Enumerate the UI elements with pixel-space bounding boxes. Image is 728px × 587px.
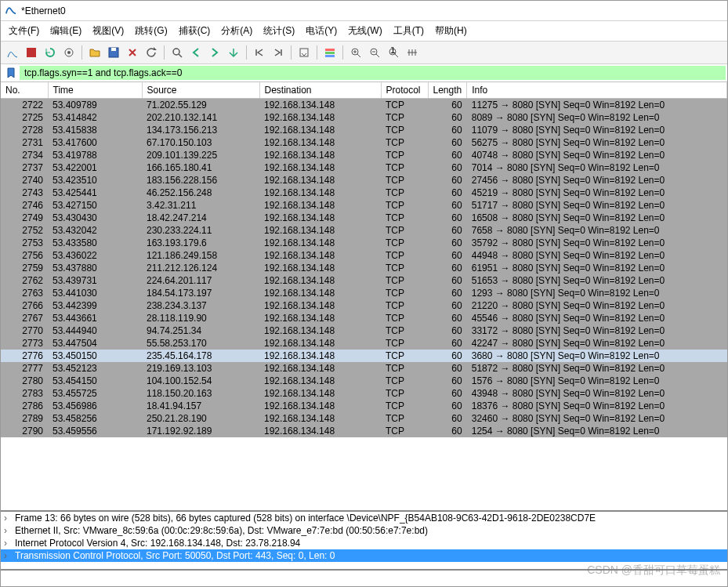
menu-item[interactable]: 工具(T) (389, 23, 429, 39)
titlebar: *Ethernet0 (1, 1, 727, 21)
packet-row[interactable]: 277353.44750455.58.253.170192.168.134.14… (1, 337, 727, 350)
packet-row[interactable]: 275653.436022121.186.249.158192.168.134.… (1, 249, 727, 262)
restart-capture-icon[interactable] (42, 44, 59, 61)
menu-item[interactable]: 无线(W) (343, 23, 386, 39)
svg-text:1: 1 (390, 47, 396, 56)
packet-row[interactable]: 273453.419788209.101.139.225192.168.134.… (1, 149, 727, 161)
chevron-right-icon: › (4, 550, 12, 561)
go-forward-icon[interactable] (206, 44, 223, 61)
display-filter-input[interactable] (20, 66, 726, 80)
menubar: 文件(F)编辑(E)视图(V)跳转(G)捕获(C)分析(A)统计(S)电话(Y)… (1, 21, 727, 42)
detail-row[interactable]: ›Ethernet II, Src: VMware_8c:59:6a (00:0… (1, 524, 727, 537)
capture-options-icon[interactable] (60, 44, 78, 61)
col-no[interactable]: No. (1, 82, 48, 99)
menu-item[interactable]: 分析(A) (216, 23, 257, 39)
packet-row[interactable]: 274353.42544146.252.156.248192.168.134.1… (1, 187, 727, 199)
packet-row[interactable]: 274653.4271503.42.31.211192.168.134.148T… (1, 199, 727, 212)
packet-list[interactable]: No. Time Source Destination Protocol Len… (1, 82, 727, 510)
packet-row[interactable]: 279053.459556171.192.92.189192.168.134.1… (1, 425, 727, 437)
toolbar: 1 (1, 42, 727, 64)
separator (342, 45, 343, 60)
separator (164, 45, 165, 60)
svg-rect-9 (325, 55, 335, 57)
reload-icon[interactable] (143, 44, 160, 61)
separator (81, 45, 82, 60)
open-file-icon[interactable] (86, 44, 103, 61)
svg-point-2 (67, 51, 71, 54)
menu-item[interactable]: 跳转(G) (130, 23, 172, 39)
separator (291, 45, 292, 60)
svg-rect-4 (111, 48, 116, 51)
detail-row[interactable]: ›Transmission Control Protocol, Src Port… (1, 549, 727, 562)
col-source[interactable]: Source (142, 82, 259, 99)
packet-row[interactable]: 277753.452123219.169.13.103192.168.134.1… (1, 362, 727, 375)
packet-row[interactable]: 275353.433580163.193.179.6192.168.134.14… (1, 237, 727, 249)
detail-row[interactable]: ›Internet Protocol Version 4, Src: 192.1… (1, 537, 727, 549)
packet-row[interactable]: 276253.439731224.64.201.117192.168.134.1… (1, 274, 727, 287)
col-length[interactable]: Length (428, 82, 467, 99)
go-back-icon[interactable] (187, 44, 205, 61)
separator (246, 45, 247, 60)
menu-item[interactable]: 视图(V) (88, 23, 129, 39)
go-last-icon[interactable] (270, 44, 287, 61)
bookmark-icon[interactable] (4, 66, 18, 80)
colorize-icon[interactable] (321, 44, 339, 61)
svg-rect-7 (325, 49, 335, 51)
close-file-icon[interactable] (124, 44, 141, 61)
chevron-right-icon: › (4, 513, 12, 524)
packet-row[interactable]: 278653.45698618.41.94.157192.168.134.148… (1, 400, 727, 412)
save-file-icon[interactable] (105, 44, 122, 61)
chevron-right-icon: › (4, 538, 12, 549)
column-header-row[interactable]: No. Time Source Destination Protocol Len… (1, 82, 727, 99)
resize-columns-icon[interactable] (404, 44, 421, 61)
chevron-right-icon: › (4, 525, 12, 536)
zoom-out-icon[interactable] (366, 44, 383, 61)
svg-rect-0 (27, 48, 36, 57)
col-info[interactable]: Info (467, 82, 727, 99)
stop-capture-icon[interactable] (23, 44, 40, 61)
packet-bytes[interactable] (1, 569, 727, 586)
packet-row[interactable]: 278953.458256250.21.28.190192.168.134.14… (1, 412, 727, 425)
wireshark-icon (5, 4, 16, 17)
col-protocol[interactable]: Protocol (381, 82, 428, 99)
packet-row[interactable]: 273153.41760067.170.150.103192.168.134.1… (1, 136, 727, 149)
svg-point-5 (173, 49, 179, 55)
menu-item[interactable]: 统计(S) (259, 23, 299, 39)
menu-item[interactable]: 电话(Y) (301, 23, 342, 39)
separator (317, 45, 317, 60)
start-capture-icon[interactable] (4, 44, 21, 61)
window-title: *Ethernet0 (21, 5, 66, 16)
packet-row[interactable]: 277653.450150235.45.164.178192.168.134.1… (1, 350, 727, 362)
auto-scroll-icon[interactable] (295, 44, 313, 61)
packet-row[interactable]: 278053.454150104.100.152.54192.168.134.1… (1, 375, 727, 387)
packet-row[interactable]: 278353.455725118.150.20.163192.168.134.1… (1, 387, 727, 400)
col-time[interactable]: Time (48, 82, 142, 99)
zoom-reset-icon[interactable]: 1 (385, 44, 402, 61)
menu-item[interactable]: 帮助(H) (430, 23, 472, 39)
packet-row[interactable]: 272253.40978971.202.55.129192.168.134.14… (1, 99, 727, 112)
packet-row[interactable]: 272553.414842202.210.132.141192.168.134.… (1, 111, 727, 124)
filter-bar (1, 64, 727, 82)
packet-row[interactable]: 276753.44366128.118.119.90192.168.134.14… (1, 312, 727, 324)
svg-rect-8 (325, 52, 335, 54)
find-packet-icon[interactable] (168, 44, 186, 61)
packet-row[interactable]: 274053.423510183.156.228.156192.168.134.… (1, 174, 727, 187)
packet-row[interactable]: 277053.44494094.74.251.34192.168.134.148… (1, 324, 727, 337)
packet-row[interactable]: 272853.415838134.173.156.213192.168.134.… (1, 124, 727, 136)
packet-row[interactable]: 274953.43043018.42.247.214192.168.134.14… (1, 212, 727, 224)
packet-row[interactable]: 276353.441030184.54.173.197192.168.134.1… (1, 287, 727, 299)
packet-details[interactable]: ›Frame 13: 66 bytes on wire (528 bits), … (1, 510, 727, 569)
zoom-in-icon[interactable] (347, 44, 364, 61)
packet-row[interactable]: 273753.422001166.165.180.41192.168.134.1… (1, 161, 727, 174)
menu-item[interactable]: 文件(F) (4, 23, 44, 39)
go-first-icon[interactable] (251, 44, 268, 61)
detail-row[interactable]: ›Frame 13: 66 bytes on wire (528 bits), … (1, 512, 727, 524)
menu-item[interactable]: 编辑(E) (45, 23, 86, 39)
col-destination[interactable]: Destination (259, 82, 381, 99)
goto-packet-icon[interactable] (225, 44, 242, 61)
packet-row[interactable]: 275253.432042230.233.224.11192.168.134.1… (1, 224, 727, 237)
menu-item[interactable]: 捕获(C) (174, 23, 216, 39)
packet-row[interactable]: 275953.437880211.212.126.124192.168.134.… (1, 262, 727, 274)
packet-row[interactable]: 276653.442399238.234.3.137192.168.134.14… (1, 299, 727, 312)
